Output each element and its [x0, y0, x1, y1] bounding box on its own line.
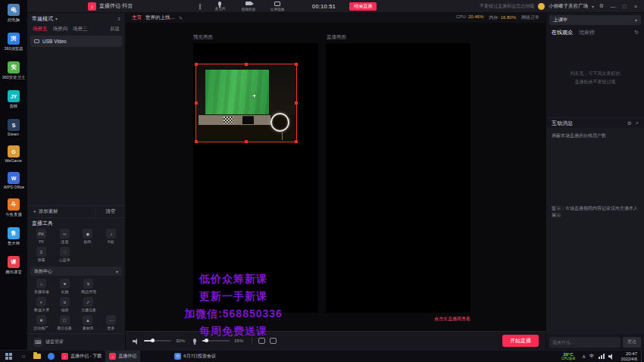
ime-indicator[interactable]: 中: [589, 353, 595, 360]
keyboard-manager-button[interactable]: ⌨ 键盘管家: [27, 333, 125, 350]
home-tab[interactable]: 主页: [132, 14, 142, 21]
resize-handle[interactable]: [295, 140, 298, 143]
tab-online-viewers[interactable]: 在线观众: [552, 29, 573, 36]
live-room-link[interactable]: 点击去直播间查看: [326, 316, 470, 323]
video-effect-tool-button[interactable]: 视频特效: [238, 1, 259, 11]
clock[interactable]: 20:47 2022/4/6: [617, 351, 641, 361]
tool-promotion[interactable]: ★活动推广: [30, 315, 53, 331]
minimize-button[interactable]: —: [609, 4, 617, 9]
webcam-source[interactable]: +: [195, 64, 297, 142]
maximize-button[interactable]: □: [621, 4, 628, 9]
file-explorer-icon[interactable]: [30, 351, 44, 362]
desktop-icon-jianying[interactable]: JY 剪映: [0, 90, 27, 110]
resize-handle[interactable]: [195, 101, 198, 105]
refresh-icon[interactable]: ↻: [634, 30, 639, 36]
desktop-icon-ketang[interactable]: 课 腾讯课堂: [0, 256, 27, 276]
tool-sticker[interactable]: ◆贴纸: [77, 229, 100, 245]
chat-input[interactable]: [549, 337, 621, 348]
desktop-icon-360[interactable]: 安 360安全卫士: [0, 61, 27, 81]
status-select[interactable]: 上课中 ▾: [549, 15, 641, 25]
taskbar-app-live-companion[interactable]: ♪ 直播伴侣: [105, 351, 140, 362]
tool-gifts[interactable]: ♥礼物: [53, 279, 77, 295]
danmu-icon: ≡: [36, 247, 46, 257]
desktop-icon-this-pc[interactable]: 电 此电脑: [0, 4, 27, 23]
resize-handle[interactable]: [295, 63, 298, 66]
tool-room-decor[interactable]: ⌂直播装修: [30, 279, 53, 295]
windows-start-button[interactable]: [0, 351, 17, 362]
chevron-down-icon[interactable]: ▾: [592, 4, 594, 9]
speaker-icon[interactable]: [133, 338, 139, 345]
source-item-usb-video[interactable]: USB Video: [30, 36, 122, 47]
taskbar-app-meeting[interactable]: 会 6月7日投资会议: [170, 351, 220, 362]
network-icon[interactable]: [599, 354, 605, 359]
desktop-icon-douyu[interactable]: 斗 斗鱼直播: [0, 198, 27, 218]
tool-wishlist[interactable]: ♡心愿单: [53, 247, 77, 263]
desktop-icon-ludashi[interactable]: 鲁 鲁大师: [0, 227, 27, 247]
browser-taskbar-icon[interactable]: [44, 351, 58, 362]
tool-anchor-task[interactable]: ✓主播任务: [77, 297, 100, 313]
resize-handle[interactable]: [295, 101, 298, 105]
resize-handle[interactable]: [195, 140, 198, 143]
tool-material-lib[interactable]: ▲素材库: [77, 315, 100, 331]
tool-data-screen[interactable]: ◐数据大屏: [30, 297, 53, 313]
tool-more[interactable]: ⋯更多: [99, 315, 123, 331]
tool-lianmai[interactable]: ∞连麦: [53, 229, 77, 245]
tool-label: 素材库: [82, 326, 93, 330]
taskbar-app-download[interactable]: ♪ 直播伴侣 - 下载: [58, 351, 105, 362]
shield-icon: 安: [8, 61, 20, 73]
settings-gear-icon[interactable]: ⚙: [598, 3, 605, 9]
tool-danmu[interactable]: ≡弹幕: [30, 247, 53, 263]
tool-lucky-bag[interactable]: ¤福袋: [53, 297, 77, 313]
scene-tab-3[interactable]: 场景三: [73, 26, 88, 33]
clear-button[interactable]: 清空: [96, 208, 125, 215]
tool-karaoke[interactable]: ♪K歌: [99, 229, 123, 245]
decorate-center-row[interactable]: 装扮中心 ▾: [30, 267, 122, 276]
start-stream-button[interactable]: 开始直播: [502, 335, 539, 347]
desktop-icon-browser[interactable]: 浏 360浏览器: [0, 33, 27, 52]
volume-icon[interactable]: [608, 354, 614, 360]
resize-handle[interactable]: [195, 63, 198, 66]
check-icon: ✓: [83, 297, 93, 307]
yuan-icon: ¥: [83, 279, 93, 289]
tab-player-rank[interactable]: 玩家榜: [579, 29, 595, 36]
desk-surface: [199, 115, 270, 124]
add-material-button[interactable]: + 添加素材: [27, 206, 96, 217]
tool-goods[interactable]: ¥商品管理: [77, 279, 100, 295]
chevron-down-icon[interactable]: ▾: [55, 16, 58, 21]
desktop-icon-wps[interactable]: W WPS Office: [0, 172, 27, 189]
scene-tab-4[interactable]: 场景四: [53, 26, 68, 33]
show-desktop-button[interactable]: [641, 351, 644, 362]
avatar[interactable]: [538, 3, 545, 10]
empty-text: 列表见，可下周太美好的: [571, 70, 621, 77]
end-stream-button[interactable]: 结束直播: [349, 2, 377, 11]
scene-tab-5[interactable]: 场景五: [33, 26, 48, 33]
tool-display-task[interactable]: □展示任务: [53, 315, 77, 331]
system-message: 屏蔽本场直播的在线用户数: [552, 133, 639, 140]
decorate-center-label: 装扮中心: [34, 268, 52, 275]
desktop-icon-wegame[interactable]: G WeGame: [0, 145, 27, 163]
settings-gear-icon[interactable]: ⚙: [627, 120, 632, 126]
tray-expand-icon[interactable]: ∧: [582, 354, 586, 360]
popout-icon[interactable]: ↗: [635, 120, 639, 126]
fullscreen-mirror-tool-button[interactable]: 全屏镜像: [267, 1, 288, 11]
close-button[interactable]: ×: [632, 4, 639, 9]
tool-pk[interactable]: PKPK: [30, 229, 53, 245]
send-button[interactable]: 发送: [623, 337, 641, 348]
app-logo-icon: ♪: [88, 2, 96, 11]
desktop-icon-steam[interactable]: S Steam: [0, 119, 27, 136]
search-icon[interactable]: ○: [17, 351, 30, 362]
messages-list[interactable]: 屏蔽本场直播的在线用户数 提示：市场直播期间内容记录仅向主播本人展示: [546, 128, 644, 334]
main-volume-slider[interactable]: [144, 340, 171, 342]
move-crosshair-icon: +: [252, 92, 256, 100]
resize-handle[interactable]: [245, 140, 248, 143]
resize-handle[interactable]: [245, 63, 248, 66]
microphone-tool-button[interactable]: 麦克风: [209, 2, 230, 11]
tool-label: 福袋: [61, 307, 68, 312]
new-scene-button[interactable]: 新建: [110, 26, 120, 33]
username[interactable]: 小倒霉子美容广场: [549, 3, 588, 10]
mic-volume-slider[interactable]: [202, 340, 230, 342]
scene-mode-label[interactable]: 常规模式: [32, 15, 53, 23]
pause-icon[interactable]: ∥: [199, 3, 202, 10]
menu-icon[interactable]: ≡: [117, 17, 120, 21]
edit-title-icon[interactable]: ✎: [179, 15, 183, 20]
